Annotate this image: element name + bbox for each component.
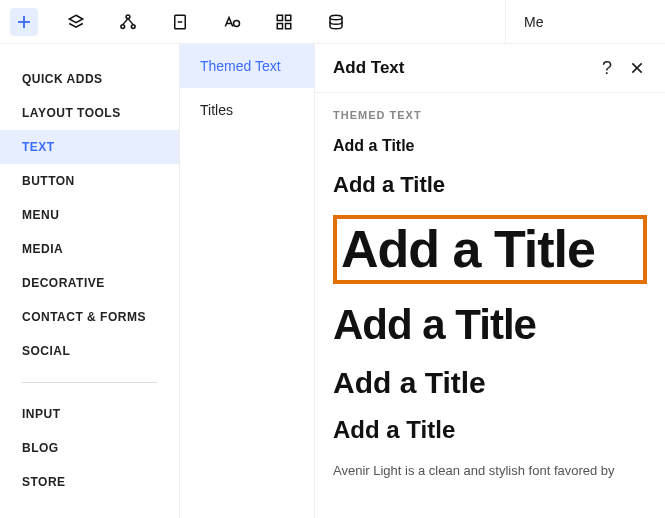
sidebar-item-decorative[interactable]: DECORATIVE <box>0 266 179 300</box>
body-text-sample[interactable]: Avenir Light is a clean and stylish font… <box>333 462 647 480</box>
nodes-icon[interactable] <box>114 8 142 36</box>
close-icon[interactable] <box>627 58 647 78</box>
svg-point-3 <box>126 14 130 18</box>
sidebar-item-input[interactable]: INPUT <box>0 397 179 431</box>
page-icon[interactable] <box>166 8 194 36</box>
title-sample-4[interactable]: Add a Title <box>333 302 647 348</box>
subpanel-themed-text[interactable]: Themed Text <box>180 44 314 88</box>
layers-icon[interactable] <box>62 8 90 36</box>
sidebar-item-contact-forms[interactable]: CONTACT & FORMS <box>0 300 179 334</box>
content-panel: Add Text ? THEMED TEXT Add a Title Add a… <box>315 44 665 518</box>
svg-rect-13 <box>286 15 291 20</box>
title-sample-1[interactable]: Add a Title <box>333 137 647 155</box>
subpanel: Themed Text Titles <box>180 44 315 518</box>
content-title: Add Text <box>333 58 587 78</box>
svg-point-4 <box>121 24 125 28</box>
sidebar-item-media[interactable]: MEDIA <box>0 232 179 266</box>
sidebar-item-button[interactable]: BUTTON <box>0 164 179 198</box>
sidebar-item-blog[interactable]: BLOG <box>0 431 179 465</box>
data-icon[interactable] <box>322 8 350 36</box>
grid-icon[interactable] <box>270 8 298 36</box>
sidebar: QUICK ADDS LAYOUT TOOLS TEXT BUTTON MENU… <box>0 44 180 518</box>
user-menu[interactable]: Me <box>505 0 665 44</box>
title-sample-3[interactable]: Add a Title <box>341 221 639 278</box>
svg-rect-15 <box>286 23 291 28</box>
section-label: THEMED TEXT <box>333 109 647 121</box>
title-sample-3-highlight: Add a Title <box>333 215 647 284</box>
svg-point-11 <box>234 20 240 26</box>
sidebar-item-quick-adds[interactable]: QUICK ADDS <box>0 62 179 96</box>
svg-point-5 <box>131 24 135 28</box>
title-sample-2[interactable]: Add a Title <box>333 173 647 197</box>
sidebar-item-layout-tools[interactable]: LAYOUT TOOLS <box>0 96 179 130</box>
help-icon[interactable]: ? <box>597 58 617 78</box>
typography-icon[interactable] <box>218 8 246 36</box>
svg-rect-12 <box>277 15 282 20</box>
svg-marker-2 <box>69 15 83 23</box>
sidebar-item-social[interactable]: SOCIAL <box>0 334 179 368</box>
content-body[interactable]: THEMED TEXT Add a Title Add a Title Add … <box>315 93 665 518</box>
title-sample-5[interactable]: Add a Title <box>333 366 647 399</box>
title-sample-6[interactable]: Add a Title <box>333 417 647 443</box>
sidebar-item-text[interactable]: TEXT <box>0 130 179 164</box>
topbar: Me <box>0 0 665 44</box>
svg-line-7 <box>128 18 133 24</box>
topbar-icons <box>0 8 360 36</box>
svg-rect-14 <box>277 23 282 28</box>
svg-line-6 <box>123 18 128 24</box>
sidebar-item-store[interactable]: STORE <box>0 465 179 499</box>
plus-icon[interactable] <box>10 8 38 36</box>
sidebar-item-menu[interactable]: MENU <box>0 198 179 232</box>
content-header: Add Text ? <box>315 44 665 93</box>
svg-point-16 <box>330 15 342 20</box>
subpanel-titles[interactable]: Titles <box>180 88 314 132</box>
sidebar-divider <box>22 382 157 383</box>
